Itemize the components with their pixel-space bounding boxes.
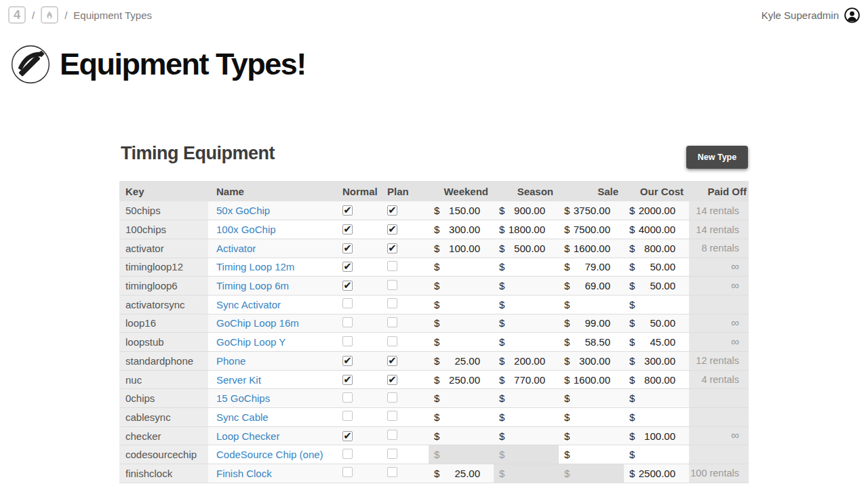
currency-symbol: $ <box>429 336 439 348</box>
currency-symbol: $ <box>494 299 505 310</box>
normal-checkbox[interactable] <box>342 449 353 459</box>
event-home-link[interactable] <box>41 6 58 24</box>
normal-checkbox[interactable]: ✔ <box>342 262 353 272</box>
currency-symbol: $ <box>624 411 635 423</box>
currency-symbol: $ <box>494 205 505 216</box>
paid-off-cell: 14 rentals <box>689 220 749 239</box>
equipment-name-link[interactable]: Timing Loop 6m <box>216 280 289 291</box>
plan-checkbox[interactable] <box>387 430 397 440</box>
equipment-name-link[interactable]: 15 GoChips <box>216 392 270 404</box>
plan-cell <box>382 426 429 445</box>
normal-checkbox[interactable]: ✔ <box>342 356 353 366</box>
name-cell: Sync Cable <box>208 408 338 427</box>
plan-checkbox[interactable]: ✔ <box>387 205 397 216</box>
equipment-name-link[interactable]: Timing Loop 12m <box>216 261 294 272</box>
sale-cell: $ <box>559 464 624 483</box>
normal-checkbox[interactable]: ✔ <box>342 224 353 235</box>
normal-checkbox[interactable]: ✔ <box>342 431 353 441</box>
equipment-name-link[interactable]: Finish Clock <box>216 468 272 479</box>
plan-cell <box>382 314 429 333</box>
plan-checkbox[interactable] <box>387 467 397 477</box>
equipment-name-link[interactable]: GoChip Loop 16m <box>216 317 299 329</box>
currency-symbol: $ <box>624 374 635 386</box>
equipment-name-link[interactable]: Phone <box>216 355 245 367</box>
our-cost-value: 800.00 <box>644 243 689 254</box>
checkmark-icon: ✔ <box>343 261 352 271</box>
currency-symbol: $ <box>559 449 570 460</box>
paid-off-cell: 14 rentals <box>689 201 749 220</box>
name-cell: GoChip Loop Y <box>208 333 338 352</box>
checkmark-icon: ✔ <box>343 430 352 441</box>
our-cost-cell: $ <box>624 408 689 427</box>
currency-symbol: $ <box>559 374 570 386</box>
season-cell: $ <box>494 445 559 464</box>
name-cell: Finish Clock <box>208 464 338 483</box>
currency-symbol: $ <box>494 468 505 479</box>
plan-checkbox[interactable]: ✔ <box>387 224 397 235</box>
plan-checkbox[interactable] <box>387 298 397 308</box>
currency-symbol: $ <box>494 392 505 404</box>
app-logo[interactable]: 4 <box>8 6 26 24</box>
equipment-name-link[interactable]: GoChip Loop Y <box>216 336 285 348</box>
normal-checkbox[interactable] <box>342 336 353 346</box>
plan-checkbox[interactable] <box>387 392 397 403</box>
weekend-value: 100.00 <box>449 243 494 254</box>
key-cell: cablesync <box>119 408 208 427</box>
normal-checkbox[interactable]: ✔ <box>342 281 353 291</box>
normal-checkbox[interactable] <box>342 298 353 308</box>
equipment-name-link[interactable]: CodeSource Chip (one) <box>216 449 323 460</box>
plan-cell <box>382 333 429 352</box>
plan-checkbox[interactable]: ✔ <box>387 243 397 253</box>
plan-checkbox[interactable] <box>387 411 397 421</box>
currency-symbol: $ <box>429 280 439 291</box>
new-type-button[interactable]: New Type <box>686 146 748 169</box>
currency-symbol: $ <box>494 224 505 235</box>
season-cell: $900.00 <box>494 201 559 220</box>
plan-checkbox[interactable] <box>387 280 397 290</box>
normal-checkbox[interactable] <box>342 411 353 421</box>
checkmark-icon: ✔ <box>388 243 397 253</box>
normal-checkbox[interactable]: ✔ <box>342 243 353 253</box>
col-header-name: Name <box>208 181 338 201</box>
equipment-name-link[interactable]: Loop Checker <box>216 430 279 442</box>
col-header-season: Season <box>494 181 559 201</box>
currency-symbol: $ <box>624 392 635 404</box>
currency-symbol: $ <box>624 205 635 216</box>
season-cell: $ <box>494 258 559 277</box>
currency-symbol: $ <box>494 430 505 442</box>
equipment-name-link[interactable]: Server Kit <box>216 374 261 386</box>
our-cost-cell: $2500.00 <box>624 464 689 483</box>
plan-checkbox[interactable] <box>387 449 397 459</box>
currency-symbol: $ <box>429 355 439 367</box>
weekend-cell: $ <box>429 258 494 277</box>
currency-symbol: $ <box>559 205 570 216</box>
plan-checkbox[interactable]: ✔ <box>387 375 397 385</box>
plan-checkbox[interactable]: ✔ <box>387 356 397 366</box>
currency-symbol: $ <box>624 468 635 479</box>
our-cost-cell: $2000.00 <box>624 201 689 220</box>
currency-symbol: $ <box>429 468 439 479</box>
normal-checkbox[interactable] <box>342 392 353 403</box>
table-row: timingloop12Timing Loop 12m✔$$$79.00$50.… <box>119 258 749 277</box>
equipment-name-link[interactable]: 100x GoChip <box>216 224 276 235</box>
checkmark-icon: ✔ <box>388 355 397 365</box>
plan-checkbox[interactable] <box>387 317 397 327</box>
normal-checkbox[interactable] <box>342 317 353 327</box>
plan-checkbox[interactable] <box>387 261 397 271</box>
normal-cell <box>338 389 382 408</box>
equipment-name-link[interactable]: Sync Cable <box>216 411 269 423</box>
equipment-name-link[interactable]: Sync Activator <box>216 299 281 310</box>
plan-checkbox[interactable] <box>387 336 397 346</box>
normal-checkbox[interactable]: ✔ <box>342 205 353 216</box>
user-avatar-icon[interactable] <box>844 7 860 23</box>
currency-symbol: $ <box>429 299 439 310</box>
name-cell: Timing Loop 12m <box>208 258 338 277</box>
paid-off-cell: 100 rentals <box>689 464 749 483</box>
our-cost-value: 4000.00 <box>639 224 689 235</box>
equipment-name-link[interactable]: 50x GoChip <box>216 205 270 216</box>
normal-checkbox[interactable]: ✔ <box>342 375 353 385</box>
season-cell: $ <box>494 277 559 296</box>
equipment-name-link[interactable]: Activator <box>216 243 256 254</box>
normal-checkbox[interactable] <box>342 467 353 477</box>
name-cell: Server Kit <box>208 370 338 389</box>
